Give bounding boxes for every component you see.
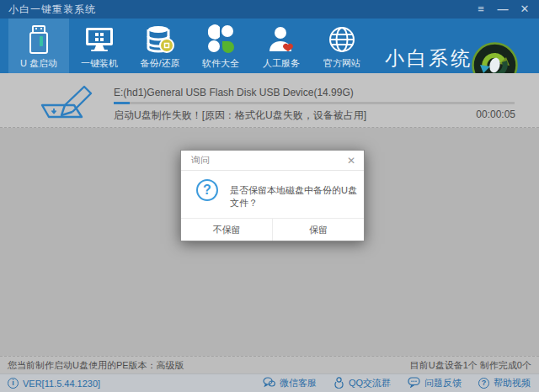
nav-item-software[interactable]: 软件大全	[190, 19, 251, 73]
nav-label: 官方网站	[323, 57, 360, 70]
menu-icon[interactable]: ≡	[475, 0, 487, 19]
footer-link-label: 问题反馈	[424, 377, 462, 389]
nav-item-website[interactable]: 官方网站	[312, 19, 372, 73]
qq-icon	[334, 377, 344, 390]
website-icon	[326, 24, 358, 55]
wechat-support-link[interactable]: 微信客服	[263, 377, 317, 389]
info-icon: i	[8, 378, 19, 389]
footer-link-label: QQ交流群	[349, 377, 391, 389]
keep-button[interactable]: 保留	[273, 219, 364, 241]
device-count-text: 目前U盘设备1个 制作完成0个	[410, 359, 531, 372]
nav-item-one-key-install[interactable]: 一键装机	[69, 19, 130, 73]
nav-items: U 盘启动 一键装机	[8, 19, 372, 73]
footer-bar: i VER[11.5.44.1230] 微信客服 QQ交流群	[0, 373, 539, 392]
usb-device-label: E:(hd1)General USB Flash Disk USB Device…	[114, 87, 354, 98]
nav-label: 一键装机	[81, 57, 118, 70]
minimize-icon[interactable]: —	[497, 0, 509, 19]
status-bar: 您当前制作启动U盘使用的PE版本：高级版 目前U盘设备1个 制作完成0个	[0, 356, 539, 373]
dialog-close-icon[interactable]: ✕	[347, 155, 355, 167]
close-icon[interactable]: ✕	[519, 0, 531, 19]
help-video-link[interactable]: ? 帮助视频	[478, 377, 531, 389]
computer-icon	[83, 24, 115, 55]
software-icon	[205, 24, 237, 55]
dialog-body: ? 是否保留本地磁盘中备份的U盘文件？	[181, 171, 364, 219]
question-icon: ?	[196, 179, 218, 201]
brand-name: 小白系统	[385, 45, 469, 72]
window-controls: ≡ — ✕	[475, 0, 539, 19]
dont-keep-button[interactable]: 不保留	[181, 219, 273, 241]
nav-label: 人工服务	[263, 57, 300, 70]
nav-label: 备份/还原	[140, 57, 179, 70]
nav-item-backup-restore[interactable]: 备份/还原	[130, 19, 190, 73]
confirm-dialog: 询问 ✕ ? 是否保留本地磁盘中备份的U盘文件？ 不保留 保留	[180, 150, 365, 241]
task-status-text: 启动U盘制作失败！[原因：格式化U盘失败，设备被占用]	[114, 109, 366, 123]
footer-links: 微信客服 QQ交流群 问题反馈	[263, 377, 531, 390]
dialog-header: 询问 ✕	[181, 151, 364, 171]
nav-bar: U 盘启动 一键装机	[0, 19, 539, 73]
service-icon	[265, 24, 297, 55]
progress-bar	[114, 102, 515, 104]
dialog-message: 是否保留本地磁盘中备份的U盘文件？	[230, 184, 364, 209]
nav-label: 软件大全	[202, 57, 239, 70]
usb-icon	[23, 24, 55, 55]
wechat-icon	[263, 377, 275, 389]
window-title: 小白一键重装系统	[8, 3, 96, 17]
nav-item-support[interactable]: 人工服务	[251, 19, 312, 73]
version-block: i VER[11.5.44.1230]	[8, 378, 100, 389]
footer-link-label: 微信客服	[280, 377, 317, 389]
qq-group-link[interactable]: QQ交流群	[334, 377, 391, 390]
usb-task-panel: E:(hd1)General USB Flash Disk USB Device…	[0, 73, 539, 128]
elapsed-time: 00:00:05	[476, 109, 515, 120]
title-bar: 小白一键重装系统 ≡ — ✕	[0, 0, 539, 19]
help-icon: ?	[478, 378, 489, 389]
make-usb-icon	[35, 84, 96, 123]
backup-restore-icon	[144, 24, 176, 55]
progress-fill	[114, 102, 130, 104]
version-text: VER[11.5.44.1230]	[23, 379, 100, 389]
nav-label: U 盘启动	[20, 57, 57, 70]
footer-link-label: 帮助视频	[494, 377, 531, 389]
pe-version-text: 您当前制作启动U盘使用的PE版本：高级版	[8, 359, 184, 372]
feedback-icon	[408, 377, 420, 389]
nav-item-usb-boot[interactable]: U 盘启动	[8, 19, 69, 73]
dialog-title: 询问	[191, 154, 210, 167]
feedback-link[interactable]: 问题反馈	[408, 377, 462, 389]
dialog-buttons: 不保留 保留	[181, 218, 364, 241]
